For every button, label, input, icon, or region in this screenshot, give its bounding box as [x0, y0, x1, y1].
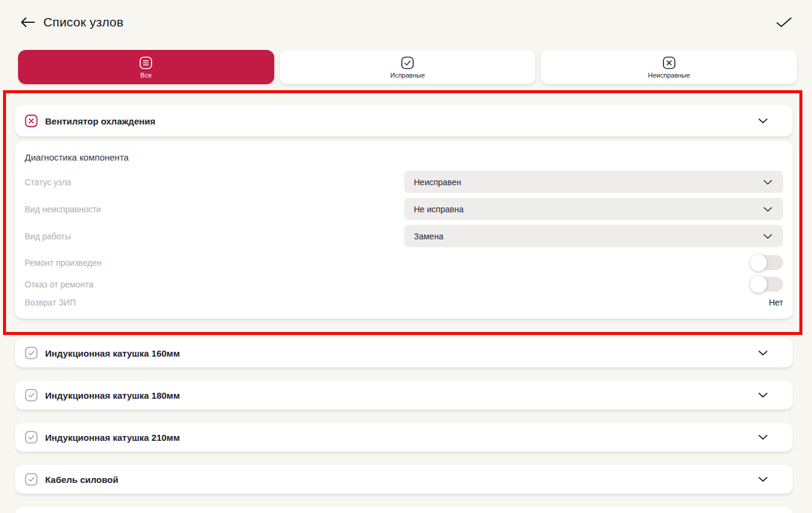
zip-return-value: Нет: [769, 298, 783, 307]
selected-component-highlight: Вентилятор охлаждения Диагностика компон…: [3, 90, 802, 335]
field-label: Возврат ЗИП: [25, 298, 769, 307]
check-square-icon: [25, 431, 38, 444]
check-square-icon: [25, 473, 38, 486]
chevron-down-icon: [763, 233, 772, 239]
diagnostics-section-title: Диагностика компонента: [25, 152, 783, 162]
header: Список узлов: [0, 0, 812, 31]
diagnostics-card: Диагностика компонента Статус узла Неисп…: [15, 141, 793, 319]
field-label: Отказ от ремонта: [25, 280, 751, 289]
node-status-select[interactable]: Неисправен: [404, 171, 783, 193]
chevron-down-icon: [758, 434, 768, 441]
arrow-left-icon: [20, 17, 35, 28]
check-square-icon: [25, 389, 38, 402]
tab-faulty[interactable]: Неисправные: [541, 50, 797, 84]
toggle-knob: [750, 276, 767, 293]
chevron-down-icon[interactable]: [758, 117, 768, 124]
chevron-down-icon: [763, 206, 772, 212]
accordion-header-partial[interactable]: [15, 507, 793, 513]
check-square-icon: [25, 346, 38, 360]
back-button[interactable]: [18, 14, 37, 31]
chevron-down-icon: [763, 179, 772, 185]
field-label: Вид работы: [25, 232, 404, 241]
component-title: Кабель силовой: [45, 475, 118, 485]
tab-faulty-label: Неисправные: [648, 72, 690, 79]
fault-type-select[interactable]: Не исправна: [404, 198, 783, 220]
component-title: Вентилятор охлаждения: [45, 116, 155, 126]
chevron-down-icon: [758, 476, 768, 483]
x-square-icon: [25, 114, 38, 127]
field-row-work-type: Вид работы Замена: [25, 225, 783, 247]
component-title: Индукционная катушка 180мм: [45, 390, 180, 401]
page-title: Список узлов: [43, 15, 123, 29]
x-square-icon: [662, 56, 676, 70]
field-row-repair-done: Ремонт произведен: [25, 254, 783, 271]
accordion-header-coil-160[interactable]: Индукционная катушка 160мм: [15, 339, 793, 367]
tab-working-label: Исправные: [390, 72, 425, 79]
repair-done-toggle[interactable]: [751, 255, 783, 270]
tab-working[interactable]: Исправные: [280, 50, 536, 84]
accordion-header-coil-210[interactable]: Индукционная катушка 210мм: [15, 423, 793, 452]
field-row-node-status: Статус узла Неисправен: [25, 171, 783, 193]
confirm-button[interactable]: [774, 14, 794, 31]
field-row-repair-refused: Отказ от ремонта: [25, 276, 783, 292]
node-list-page: Список узлов Все: [0, 0, 812, 513]
field-label: Ремонт произведен: [25, 258, 751, 268]
list-square-icon: [139, 56, 153, 70]
tab-all[interactable]: Все: [18, 50, 274, 84]
accordion-header-power-cable[interactable]: Кабель силовой: [15, 465, 793, 494]
work-type-value: Замена: [414, 232, 443, 241]
chevron-down-icon: [758, 392, 768, 399]
component-title: Индукционная катушка 160мм: [45, 348, 180, 358]
filter-tabs: Все Исправные Неисправные: [18, 50, 797, 84]
fault-type-value: Не исправна: [414, 204, 464, 214]
tab-all-label: Все: [140, 72, 152, 79]
component-title: Индукционная катушка 210мм: [45, 432, 180, 443]
toggle-knob: [750, 254, 767, 271]
check-square-icon: [401, 56, 414, 70]
node-status-value: Неисправен: [414, 177, 461, 187]
field-label: Статус узла: [25, 177, 404, 187]
work-type-select[interactable]: Замена: [404, 225, 783, 247]
field-row-fault-type: Вид неисправности Не исправна: [25, 198, 783, 220]
components-list: Индукционная катушка 160мм Индукционная …: [15, 339, 793, 513]
field-label: Вид неисправности: [25, 204, 404, 214]
check-icon: [776, 17, 792, 28]
accordion-header-coil-180[interactable]: Индукционная катушка 180мм: [15, 381, 793, 410]
accordion-header-cooling-fan[interactable]: Вентилятор охлаждения: [15, 105, 793, 137]
repair-refused-toggle[interactable]: [751, 277, 783, 292]
chevron-down-icon: [758, 349, 768, 357]
field-row-zip-return: Возврат ЗИП Нет: [25, 296, 783, 309]
